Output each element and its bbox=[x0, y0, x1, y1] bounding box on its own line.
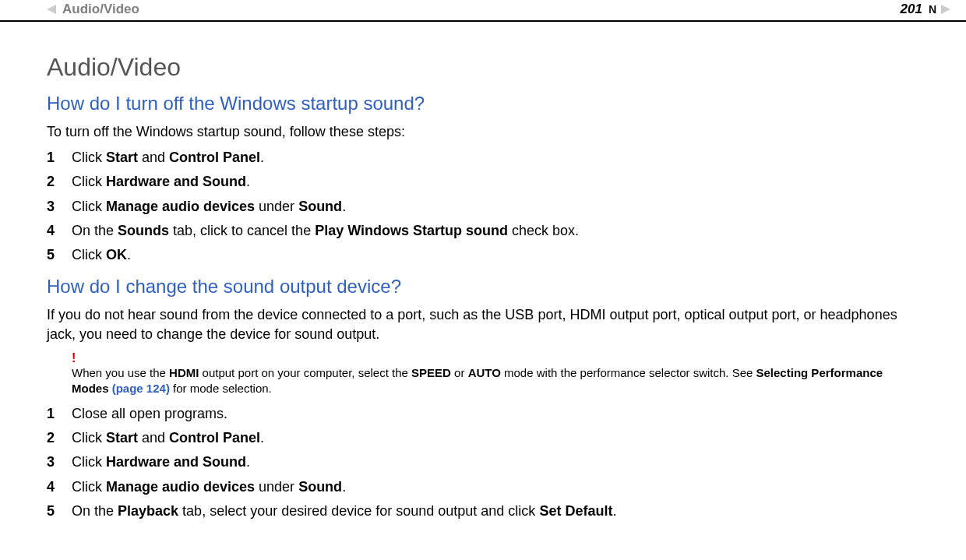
section2-intro: If you do not hear sound from the device… bbox=[47, 305, 919, 344]
step-number: 1 bbox=[47, 150, 72, 166]
main-title: Audio/Video bbox=[47, 53, 919, 82]
step-text: Click Manage audio devices under Sound. bbox=[72, 477, 346, 497]
step-number: 2 bbox=[47, 174, 72, 190]
step-text: Click Manage audio devices under Sound. bbox=[72, 197, 346, 217]
step-number: 4 bbox=[47, 479, 72, 495]
section1-steps: 1 Click Start and Control Panel. 2 Click… bbox=[47, 148, 919, 265]
page-link[interactable]: (page 124) bbox=[112, 382, 170, 395]
header-left: Audio/Video bbox=[47, 2, 139, 17]
step-number: 3 bbox=[47, 199, 72, 215]
note-text: When you use the HDMI output port on you… bbox=[72, 365, 919, 397]
section2-title: How do I change the sound output device? bbox=[47, 276, 919, 298]
n-indicator: N bbox=[929, 3, 936, 16]
step-text: On the Playback tab, select your desired… bbox=[72, 502, 616, 521]
step-text: Click Start and Control Panel. bbox=[72, 148, 264, 167]
page-header: Audio/Video 201 N bbox=[0, 0, 966, 22]
step-number: 4 bbox=[47, 223, 72, 239]
step-number: 1 bbox=[47, 406, 72, 422]
step-item: 5 Click OK. bbox=[47, 245, 919, 265]
page-number: 201 bbox=[901, 2, 922, 17]
section1-title: How do I turn off the Windows startup so… bbox=[47, 93, 919, 114]
step-item: 2 Click Hardware and Sound. bbox=[47, 172, 919, 192]
step-item: 4 On the Sounds tab, click to cancel the… bbox=[47, 221, 919, 241]
step-number: 5 bbox=[47, 503, 72, 519]
section1-intro: To turn off the Windows startup sound, f… bbox=[47, 122, 919, 142]
header-right: 201 N bbox=[901, 2, 951, 17]
arrow-right-icon bbox=[941, 5, 950, 14]
step-item: 4 Click Manage audio devices under Sound… bbox=[47, 477, 919, 497]
step-text: On the Sounds tab, click to cancel the P… bbox=[72, 221, 579, 241]
step-item: 3 Click Manage audio devices under Sound… bbox=[47, 197, 919, 217]
step-number: 5 bbox=[47, 247, 72, 263]
step-text: Close all open programs. bbox=[72, 404, 227, 424]
step-item: 2 Click Start and Control Panel. bbox=[47, 428, 919, 448]
step-text: Click Start and Control Panel. bbox=[72, 428, 264, 448]
note-block: ! When you use the HDMI output port on y… bbox=[72, 351, 919, 397]
breadcrumb: Audio/Video bbox=[62, 2, 139, 17]
arrow-left-icon bbox=[47, 5, 56, 14]
section2-steps: 1 Close all open programs. 2 Click Start… bbox=[47, 404, 919, 521]
caution-icon: ! bbox=[72, 351, 919, 365]
page-content: Audio/Video How do I turn off the Window… bbox=[0, 22, 966, 521]
step-item: 5 On the Playback tab, select your desir… bbox=[47, 502, 919, 521]
step-number: 3 bbox=[47, 454, 72, 470]
step-item: 3 Click Hardware and Sound. bbox=[47, 453, 919, 472]
step-item: 1 Close all open programs. bbox=[47, 404, 919, 424]
step-text: Click OK. bbox=[72, 245, 131, 265]
step-text: Click Hardware and Sound. bbox=[72, 453, 250, 472]
step-number: 2 bbox=[47, 430, 72, 446]
step-text: Click Hardware and Sound. bbox=[72, 172, 250, 192]
step-item: 1 Click Start and Control Panel. bbox=[47, 148, 919, 167]
